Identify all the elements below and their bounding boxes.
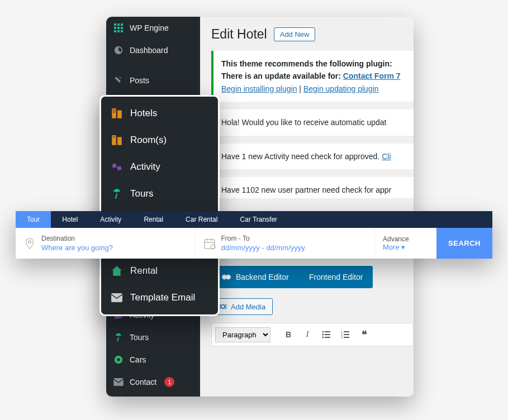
notice-activity: Have 1 new Activity need check for appro… bbox=[211, 144, 414, 169]
svg-rect-35 bbox=[113, 136, 114, 137]
svg-rect-6 bbox=[114, 30, 116, 32]
advance-label: Advance bbox=[383, 235, 429, 243]
svg-rect-7 bbox=[117, 30, 120, 32]
search-tab-car-transfer[interactable]: Car Transfer bbox=[229, 211, 288, 228]
sidebar-item-contact[interactable]: Contact 1 bbox=[106, 371, 200, 393]
dashboard-icon bbox=[113, 45, 124, 56]
popout-item-tours[interactable]: Tours bbox=[101, 180, 218, 207]
add-new-button[interactable]: Add New bbox=[274, 27, 316, 41]
rooms-icon bbox=[110, 133, 124, 147]
popout-item-activity[interactable]: Activity bbox=[101, 154, 218, 180]
svg-rect-28 bbox=[117, 111, 122, 118]
frontend-editor-button[interactable]: Frontend Editor bbox=[299, 266, 373, 288]
wpengine-icon bbox=[113, 22, 124, 34]
search-button[interactable]: SEARCH bbox=[436, 228, 492, 259]
svg-rect-26 bbox=[344, 337, 349, 338]
backend-editor-button[interactable]: Backend Editor bbox=[211, 266, 299, 288]
svg-rect-34 bbox=[117, 137, 122, 145]
svg-rect-18 bbox=[325, 334, 330, 335]
popout-item-hotels[interactable]: Hotels bbox=[101, 100, 218, 127]
popout-label: Rental bbox=[130, 265, 158, 276]
notice-plugins: This theme recommends the following plug… bbox=[211, 51, 414, 102]
svg-rect-33 bbox=[112, 135, 116, 145]
sidebar-item-posts[interactable]: Posts bbox=[106, 69, 200, 92]
search-field-destination[interactable]: Destination Where are you going? bbox=[16, 228, 196, 259]
date-label: From - To bbox=[221, 235, 305, 242]
search-tab-activity[interactable]: Activity bbox=[89, 211, 132, 228]
svg-text:3: 3 bbox=[341, 336, 343, 338]
search-tab-hotel[interactable]: Hotel bbox=[51, 211, 89, 228]
search-tab-car-rental[interactable]: Car Rental bbox=[174, 211, 229, 228]
page-title: Edit Hotel bbox=[211, 27, 267, 42]
italic-button[interactable]: I bbox=[300, 327, 315, 342]
sidebar-item-label: Tours bbox=[130, 333, 149, 342]
search-tab-tour[interactable]: Tour bbox=[16, 211, 51, 228]
editor-toolbar: Paragraph B I 123 ❝ bbox=[211, 323, 414, 346]
calendar-icon bbox=[203, 237, 216, 250]
activity-icon bbox=[110, 160, 124, 174]
svg-point-13 bbox=[226, 275, 231, 280]
tours-icon bbox=[113, 332, 124, 343]
content-area: Edit Hotel Add New This theme recommends… bbox=[200, 17, 414, 397]
sidebar-item-wpengine[interactable]: WP Engine bbox=[106, 17, 200, 39]
link-contact-form[interactable]: Contact Form 7 bbox=[343, 71, 401, 80]
svg-rect-2 bbox=[121, 23, 123, 26]
svg-rect-32 bbox=[115, 112, 116, 113]
sidebar-item-label: Cars bbox=[130, 355, 146, 364]
search-tab-rental[interactable]: Rental bbox=[132, 211, 174, 228]
svg-point-15 bbox=[322, 331, 324, 333]
sidebar-item-dashboard[interactable]: Dashboard bbox=[106, 39, 200, 61]
link-activity-check[interactable]: Cli bbox=[382, 152, 391, 161]
sidebar-item-label: Contact bbox=[130, 378, 156, 386]
svg-rect-4 bbox=[117, 27, 120, 29]
search-field-date[interactable]: From - To dd/mm/yyyy - dd/mm/yyyy bbox=[196, 228, 376, 259]
rental-icon bbox=[110, 264, 124, 278]
svg-rect-11 bbox=[113, 378, 124, 386]
paragraph-select[interactable]: Paragraph bbox=[215, 327, 270, 342]
cars-icon bbox=[113, 354, 124, 365]
destination-label: Destination bbox=[41, 235, 113, 242]
quote-button[interactable]: ❝ bbox=[357, 327, 372, 342]
add-media-button[interactable]: Add Media bbox=[211, 298, 273, 315]
svg-rect-0 bbox=[114, 23, 116, 26]
sidebar-item-tours[interactable]: Tours bbox=[106, 326, 200, 349]
popout-item-rooms[interactable]: Room(s) bbox=[101, 127, 218, 154]
svg-rect-39 bbox=[205, 240, 215, 249]
svg-point-10 bbox=[117, 358, 120, 361]
sidebar-item-label: Dashboard bbox=[130, 46, 168, 55]
svg-rect-30 bbox=[115, 109, 116, 111]
bold-button[interactable]: B bbox=[281, 327, 296, 342]
sidebar-item-cars[interactable]: Cars bbox=[106, 349, 200, 371]
search-tabs: Tour Hotel Activity Rental Car Rental Ca… bbox=[16, 211, 492, 228]
hotels-icon bbox=[110, 107, 124, 120]
popout-label: Hotels bbox=[130, 108, 157, 119]
link-begin-update[interactable]: Begin updating plugin bbox=[303, 84, 379, 93]
destination-input[interactable]: Where are you going? bbox=[41, 244, 113, 252]
contact-icon bbox=[113, 376, 124, 388]
popout-item-template-email[interactable]: Template Email bbox=[101, 284, 218, 311]
svg-rect-24 bbox=[344, 334, 349, 335]
notice-updates: Hola! Would you like to receive automati… bbox=[211, 109, 414, 135]
popout-item-rental[interactable]: Rental bbox=[101, 257, 218, 284]
svg-point-17 bbox=[322, 334, 324, 336]
vc-icon bbox=[221, 273, 231, 281]
bullet-list-button[interactable] bbox=[319, 327, 334, 342]
number-list-button[interactable]: 123 bbox=[338, 327, 353, 342]
svg-rect-22 bbox=[344, 331, 349, 332]
popout-label: Room(s) bbox=[130, 135, 167, 146]
search-advance[interactable]: Advance More ▾ bbox=[375, 228, 436, 259]
popout-menu: Hotels Room(s) Activity Tours Rental Tem… bbox=[99, 95, 220, 316]
sidebar-item-label: WP Engine bbox=[130, 23, 169, 32]
popout-label: Activity bbox=[130, 161, 160, 173]
location-icon bbox=[23, 237, 36, 250]
popout-label: Template Email bbox=[130, 292, 195, 303]
contact-badge: 1 bbox=[164, 377, 174, 387]
svg-rect-20 bbox=[325, 337, 330, 338]
notice-partner: Have 1102 new user partner need check fo… bbox=[211, 177, 414, 198]
svg-rect-5 bbox=[121, 27, 123, 29]
popout-label: Tours bbox=[130, 188, 154, 199]
link-begin-install[interactable]: Begin installing plugin bbox=[221, 84, 297, 93]
advance-more[interactable]: More ▾ bbox=[383, 243, 429, 251]
svg-point-14 bbox=[221, 305, 225, 308]
date-input[interactable]: dd/mm/yyyy - dd/mm/yyyy bbox=[221, 244, 305, 252]
